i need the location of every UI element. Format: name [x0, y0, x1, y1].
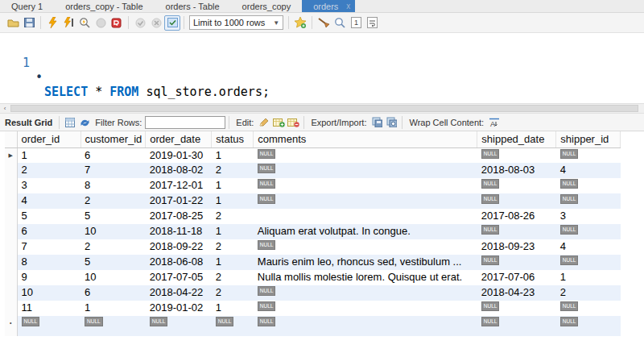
cell-status[interactable]: 2: [212, 285, 254, 301]
editor-horizontal-scrollbar[interactable]: ‹: [0, 103, 644, 114]
cell-comments[interactable]: NULL: [254, 301, 477, 316]
tab-close-icon[interactable]: x: [346, 2, 350, 10]
cell-status[interactable]: 1: [212, 255, 254, 270]
cell-shipper_id[interactable]: NULL: [556, 255, 621, 270]
tab-orders[interactable]: ordersx: [302, 0, 355, 12]
cell-shipper_id[interactable]: NULL: [556, 224, 621, 239]
cell-comments[interactable]: Aliquam erat volutpat. In congue.: [254, 224, 477, 239]
autocommit-icon[interactable]: [164, 15, 180, 31]
wrap-cell-icon[interactable]: A: [487, 115, 502, 129]
filter-rows-input[interactable]: [145, 116, 225, 129]
tab-orders_copy---table[interactable]: orders_copy - Table: [54, 0, 154, 12]
execute-icon[interactable]: [44, 15, 60, 31]
explain-icon[interactable]: [76, 15, 93, 31]
row-selector[interactable]: [5, 178, 17, 193]
cell-shipped_date[interactable]: NULL: [477, 178, 556, 193]
row-selector[interactable]: [5, 209, 17, 224]
grid-icon[interactable]: [63, 115, 77, 129]
cell-customer_id[interactable]: 2: [80, 239, 146, 255]
scrollbar-thumb[interactable]: [10, 105, 638, 112]
cell-status[interactable]: 2: [212, 209, 254, 224]
cell-order_date[interactable]: 2018-09-22: [146, 239, 212, 255]
row-selector[interactable]: [5, 285, 17, 301]
wrap-text-icon[interactable]: [364, 15, 380, 31]
tab-orders_copy[interactable]: orders_copy: [231, 0, 303, 12]
column-header-shipper_id[interactable]: shipper_id: [556, 131, 621, 147]
cell-order_date[interactable]: 2017-01-22: [146, 193, 212, 209]
cell-status[interactable]: 1: [212, 178, 254, 193]
cell-order_id[interactable]: 6: [17, 224, 80, 239]
column-header-order_id[interactable]: order_id: [17, 131, 80, 147]
cell-customer_id[interactable]: 7: [80, 163, 146, 178]
tab-orders---table[interactable]: orders - Table: [155, 0, 231, 12]
cell-shipper_id[interactable]: 1: [556, 270, 621, 285]
column-header-customer_id[interactable]: customer_id: [80, 131, 146, 147]
cell-order_date[interactable]: 2017-07-05: [146, 270, 212, 285]
cell-shipped_date[interactable]: 2018-04-23: [477, 285, 556, 301]
add-row-icon[interactable]: [271, 115, 286, 129]
row-selector[interactable]: [5, 239, 17, 255]
cell-order_date[interactable]: 2018-06-08: [146, 255, 212, 270]
cell-status[interactable]: 2: [212, 270, 254, 285]
cell-customer_id[interactable]: 6: [80, 285, 146, 301]
row-selector[interactable]: [5, 163, 17, 178]
cell-customer_id[interactable]: NULL: [80, 316, 146, 336]
cell-order_id[interactable]: 11: [17, 301, 80, 316]
cell-customer_id[interactable]: 6: [80, 147, 146, 163]
rollback-icon[interactable]: [148, 15, 164, 31]
cell-order_id[interactable]: 8: [17, 255, 80, 270]
delete-row-icon[interactable]: [286, 115, 300, 129]
cell-shipper_id[interactable]: NULL: [556, 316, 621, 336]
limit-rows-dropdown[interactable]: Limit to 1000 rows ▼: [189, 15, 283, 30]
cell-shipped_date[interactable]: NULL: [477, 301, 556, 316]
cell-status[interactable]: NULL: [212, 316, 254, 336]
refresh-icon[interactable]: [77, 115, 92, 129]
cell-order_date[interactable]: 2018-11-18: [146, 224, 212, 239]
cell-comments[interactable]: NULL: [254, 178, 477, 193]
cell-shipped_date[interactable]: NULL: [477, 224, 556, 239]
cell-order_id[interactable]: 10: [17, 285, 80, 301]
cell-comments[interactable]: NULL: [254, 147, 477, 163]
cell-comments[interactable]: NULL: [254, 239, 477, 255]
save-snippet-icon[interactable]: [292, 15, 308, 31]
cell-comments[interactable]: NULL: [254, 316, 477, 336]
open-script-icon[interactable]: [5, 15, 21, 31]
cell-customer_id[interactable]: 5: [80, 255, 146, 270]
cell-customer_id[interactable]: 10: [80, 270, 146, 285]
cell-order_date[interactable]: 2018-08-02: [146, 163, 212, 178]
cell-order_date[interactable]: 2019-01-02: [146, 301, 212, 316]
cell-order_id[interactable]: 1: [17, 147, 80, 163]
row-selector[interactable]: [5, 193, 17, 209]
cell-shipped_date[interactable]: NULL: [477, 147, 556, 163]
cell-comments[interactable]: Mauris enim leo, rhoncus sed, vestibulum…: [254, 255, 477, 270]
cell-order_date[interactable]: 2018-04-22: [146, 285, 212, 301]
row-selector[interactable]: [5, 255, 17, 270]
find-icon[interactable]: [332, 15, 348, 31]
cell-comments[interactable]: NULL: [254, 193, 477, 209]
column-header-shipped_date[interactable]: shipped_date: [477, 131, 556, 147]
cell-order_id[interactable]: 4: [17, 193, 80, 209]
cell-order_id[interactable]: NULL: [17, 316, 80, 336]
cell-customer_id[interactable]: 5: [80, 209, 146, 224]
cell-order_id[interactable]: 5: [17, 209, 80, 224]
sql-editor[interactable]: 1 • SELECT * FROM sql_store.orders;: [0, 33, 644, 103]
import-icon[interactable]: [384, 115, 398, 129]
cell-shipped_date[interactable]: 2018-09-23: [477, 239, 556, 255]
cell-shipper_id[interactable]: NULL: [556, 193, 621, 209]
cell-customer_id[interactable]: 1: [80, 301, 146, 316]
cell-comments[interactable]: NULL: [254, 285, 477, 301]
row-selector[interactable]: [5, 270, 17, 285]
scroll-left-icon[interactable]: ‹: [0, 104, 10, 113]
cell-comments[interactable]: NULL: [254, 163, 477, 178]
cell-status[interactable]: 1: [212, 224, 254, 239]
cell-shipped_date[interactable]: NULL: [477, 255, 556, 270]
column-header-status[interactable]: status: [212, 131, 254, 147]
cell-status[interactable]: 2: [212, 163, 254, 178]
cell-status[interactable]: 2: [212, 239, 254, 255]
cell-order_id[interactable]: 7: [17, 239, 80, 255]
cell-shipped_date[interactable]: NULL: [477, 193, 556, 209]
cell-shipper_id[interactable]: NULL: [556, 301, 621, 316]
cell-shipper_id[interactable]: 4: [556, 239, 621, 255]
cell-order_date[interactable]: 2019-01-30: [146, 147, 212, 163]
cell-status[interactable]: 1: [212, 193, 254, 209]
